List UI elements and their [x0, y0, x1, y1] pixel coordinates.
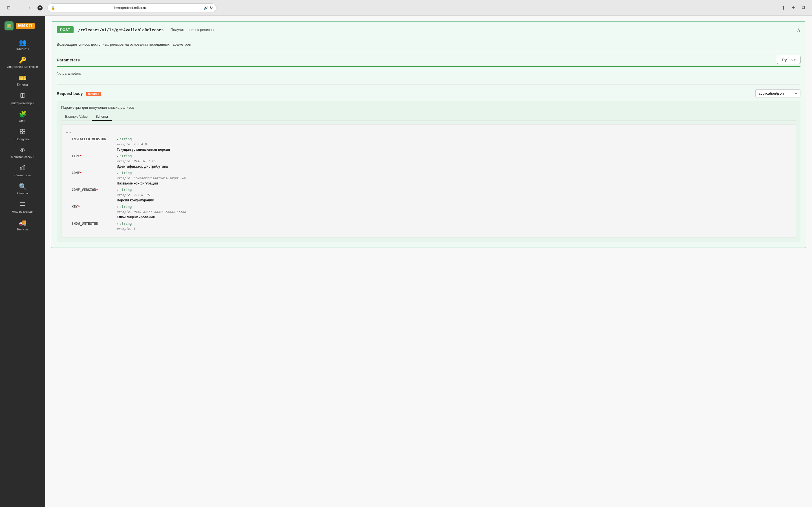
schema-tabs: Example Value Schema: [61, 113, 796, 121]
sidebar-item-label-coupons: Купоны: [17, 83, 28, 87]
browser-chrome: ⊟ ← → M 🔒 demoprotect.miko.ru 🔊 ↻ ⬆ + ⧉: [0, 0, 812, 16]
schema-field-conf: CONF* ▾ string example: КомплекснаяАвтом…: [66, 170, 791, 186]
svg-rect-8: [20, 168, 21, 170]
sidebar-item-label-releases: Релизы: [17, 228, 28, 231]
required-badge: required: [86, 92, 101, 96]
sidebar-item-metrics[interactable]: Анализ метрик: [0, 198, 45, 216]
endpoint-body: Возвращает список доступных релизов на о…: [51, 38, 806, 247]
sidebar-item-reports[interactable]: 🔍 Отчеты: [0, 180, 45, 198]
request-body-title-group: Request body required: [57, 91, 101, 96]
miko-favicon: M: [36, 4, 44, 12]
content-type-select[interactable]: application/json: [755, 89, 801, 98]
distributors-icon: [19, 93, 26, 100]
tab-example-value[interactable]: Example Value: [61, 113, 92, 121]
share-button[interactable]: ⬆: [779, 4, 787, 12]
sidebar-item-label-metrics: Анализ метрик: [12, 210, 33, 214]
svg-rect-5: [23, 129, 25, 131]
schema-field-key: KEY* ▾ string example: MIKO-XXXXX-XXXXX-…: [66, 204, 791, 220]
params-title: Parameters: [57, 57, 80, 62]
sidebar-item-label-reports: Отчеты: [17, 191, 28, 195]
svg-rect-10: [24, 166, 25, 170]
svg-text:M: M: [39, 6, 41, 10]
url-text: demoprotect.miko.ru: [57, 6, 202, 10]
schema-box: ▾ { INSTALLED_VERSION ▾ string example: …: [61, 124, 796, 237]
sidebar-item-coupons[interactable]: 🎫 Купоны: [0, 71, 45, 89]
field-example-installed-version: example: 4.0.4.9: [117, 142, 170, 147]
summary-text: Возвращает список доступных релизов на о…: [57, 42, 191, 47]
request-body-title: Request body: [57, 91, 83, 96]
field-desc-conf-version: Версия конфигурации: [117, 198, 154, 203]
lock-icon: 🔒: [51, 6, 55, 10]
field-desc-conf: Название конфигурации: [117, 181, 186, 186]
svg-rect-7: [23, 132, 25, 134]
field-example-conf-version: example: 2.5.8.191: [117, 193, 154, 198]
field-name-conf-version: CONF_VERSION*: [71, 187, 117, 193]
field-example-show-untested: example: Y: [117, 226, 135, 231]
type-toggle-conf-version[interactable]: ▾ string: [117, 187, 154, 193]
field-example-conf: example: КомплекснаяАвтоматизация_CRM: [117, 176, 186, 181]
request-body-section: Request body required application/json П…: [57, 84, 801, 242]
metrics-icon: [19, 201, 26, 209]
sidebar-item-label-features: Фичи: [19, 119, 26, 123]
schema-field-installed-version: INSTALLED_VERSION ▾ string example: 4.0.…: [66, 136, 791, 152]
page-layout: 🔑 МИКО 👥 Клиенты 🔑 Лицензионные ключи 🎫 …: [0, 16, 812, 507]
endpoint-header[interactable]: POST /releases/v1/1c/getAvailableRelease…: [51, 22, 806, 38]
svg-text:🔑: 🔑: [7, 24, 11, 28]
field-type-show-untested: ▾ string example: Y: [117, 221, 135, 231]
releases-icon: 🚚: [19, 219, 27, 226]
type-toggle-installed-version[interactable]: ▾ string: [117, 136, 170, 142]
sidebar-item-session-monitor[interactable]: 👁 Монитор сессий: [0, 144, 45, 162]
sidebar-toggle-button[interactable]: ⊟: [4, 4, 12, 12]
sidebar-item-label-session-monitor: Монитор сессий: [11, 155, 35, 159]
field-desc-installed-version: Текущая установленная версия: [117, 147, 170, 152]
statistics-icon: [19, 165, 26, 172]
endpoint-description: Получить список релизов: [170, 27, 214, 32]
tab-schema[interactable]: Schema: [92, 113, 112, 121]
parameters-section: Parameters Try it out No parameters: [57, 56, 801, 80]
type-toggle-key[interactable]: ▾ string: [117, 204, 186, 210]
logo-area: 🔑 МИКО: [0, 18, 45, 34]
field-desc-type: Идентификатор дистрибутива: [117, 164, 168, 169]
schema-field-conf-version: CONF_VERSION* ▾ string example: 2.5.8.19…: [66, 187, 791, 203]
sidebar: 🔑 МИКО 👥 Клиенты 🔑 Лицензионные ключи 🎫 …: [0, 16, 45, 507]
field-type-key: ▾ string example: MIKO-XXXXX-XXXXX-XXXXX…: [117, 204, 186, 220]
collapse-button[interactable]: ∧: [797, 27, 801, 33]
audio-icon: 🔊: [204, 6, 208, 10]
tabs-button[interactable]: ⧉: [800, 4, 808, 12]
method-badge: POST: [57, 26, 73, 33]
type-toggle-type[interactable]: ▾ string: [117, 154, 168, 159]
svg-rect-9: [22, 166, 23, 170]
field-type-conf-version: ▾ string example: 2.5.8.191 Версия конфи…: [117, 187, 154, 203]
address-bar[interactable]: 🔒 demoprotect.miko.ru 🔊 ↻: [47, 3, 216, 12]
request-body-header: Request body required application/json: [57, 89, 801, 98]
sidebar-item-label-license-keys: Лицензионные ключи: [7, 65, 38, 69]
try-it-out-button[interactable]: Try it out: [777, 56, 801, 64]
sidebar-item-statistics[interactable]: Статистика: [0, 162, 45, 180]
sidebar-item-label-products: Продукты: [15, 137, 30, 141]
new-tab-button[interactable]: +: [790, 4, 797, 12]
type-toggle-conf[interactable]: ▾ string: [117, 170, 186, 176]
main-content: POST /releases/v1/1c/getAvailableRelease…: [45, 16, 812, 507]
no-params-text: No parameters: [57, 67, 801, 80]
sidebar-item-distributors[interactable]: Дистрибьюторы: [0, 90, 45, 108]
schema-container: Параметры для получения списка релизов E…: [57, 101, 801, 242]
schema-field-type: TYPE* ▾ string example: PT40_UT_CRM3 Иде…: [66, 154, 791, 169]
sidebar-item-clients[interactable]: 👥 Клиенты: [0, 36, 45, 54]
sidebar-item-products[interactable]: Продукты: [0, 126, 45, 144]
back-button[interactable]: ←: [15, 4, 22, 12]
type-toggle-show-untested[interactable]: ▾ string: [117, 221, 135, 226]
params-header: Parameters Try it out: [57, 56, 801, 67]
field-type-type: ▾ string example: PT40_UT_CRM3 Идентифик…: [117, 154, 168, 169]
sidebar-item-releases[interactable]: 🚚 Релизы: [0, 216, 45, 234]
forward-button[interactable]: →: [25, 4, 33, 12]
session-monitor-icon: 👁: [19, 147, 26, 154]
refresh-icon[interactable]: ↻: [210, 6, 213, 10]
sidebar-item-features[interactable]: 🧩 Фичи: [0, 108, 45, 126]
field-type-installed-version: ▾ string example: 4.0.4.9 Текущая устано…: [117, 136, 170, 152]
browser-controls: ⊟ ← →: [4, 4, 33, 12]
sidebar-item-license-keys[interactable]: 🔑 Лицензионные ключи: [0, 54, 45, 71]
field-example-type: example: PT40_UT_CRM3: [117, 159, 168, 164]
clients-icon: 👥: [19, 39, 27, 46]
products-icon: [19, 128, 26, 136]
svg-rect-6: [20, 132, 22, 134]
